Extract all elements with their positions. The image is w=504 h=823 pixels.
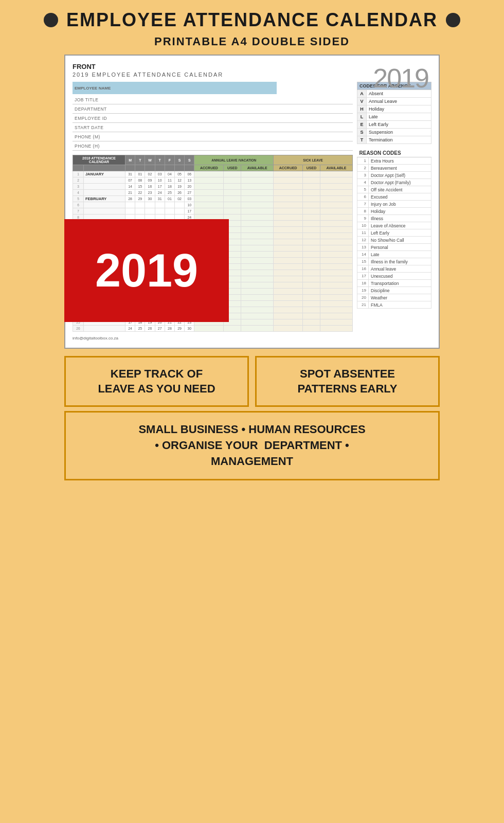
cal-date-cell (125, 202, 135, 208)
info-rows: JOB TITLE DEPARTMENT EMPLOYEE ID START D… (73, 95, 353, 151)
cal-date-cell: 24 (155, 190, 165, 196)
feature-box-wide: SMALL BUSINESS • HUMAN RESOURCES• ORGANI… (64, 411, 440, 480)
reason-label: Discipline (369, 287, 431, 294)
cal-avail-val (241, 208, 274, 214)
reason-row: 15Illness in the family (357, 258, 431, 265)
cal-date-cell: 19 (175, 184, 185, 190)
cal-month-cell (83, 190, 125, 196)
cal-avail-val (241, 264, 274, 270)
cal-row: 717 (73, 208, 353, 214)
cal-used-val (224, 171, 241, 177)
code-row: HHoliday (357, 105, 431, 113)
info-label-phonem: PHONE (M) (73, 134, 119, 139)
cal-sick-accrued-val (274, 221, 303, 227)
cal-sick-avail-val (320, 301, 352, 307)
cal-accrued-val (194, 177, 224, 184)
reason-codes-table: REASON CODES 1Extra Hours2Bereavement3Do… (357, 148, 431, 309)
cal-sick-used-val (303, 214, 320, 221)
cal-date-cell: 02 (145, 171, 155, 177)
cal-sick-used-val (303, 177, 320, 184)
cal-row: 610 (73, 202, 353, 208)
cal-col-w (145, 165, 155, 171)
cal-date-cell: 22 (135, 190, 145, 196)
cal-day-t1: T (135, 155, 145, 165)
cal-avail-val (241, 202, 274, 208)
footer-email: info@digitaltoolbox.co.za (73, 336, 353, 341)
cal-sick-used-val (303, 295, 320, 301)
cal-date-cell (155, 202, 165, 208)
cal-avail-val (241, 289, 274, 295)
cal-sick-avail-val (320, 289, 352, 295)
cal-avail-val (241, 190, 274, 196)
info-label-department: DEPARTMENT (73, 106, 119, 112)
code-row: VAnnual Leave (357, 98, 431, 105)
code-row: SSuspension (357, 129, 431, 136)
reason-num: 2 (357, 165, 369, 172)
cal-date-cell: 20 (185, 184, 194, 190)
cal-row: 421222324252627 (73, 190, 353, 196)
cal-sick-accrued-val (274, 177, 303, 184)
cal-sick-used-val (303, 258, 320, 264)
cal-sick-accrued-val (274, 326, 303, 332)
cal-date-cell: 14 (125, 184, 135, 190)
reason-label: Unexcused (369, 273, 431, 280)
info-label-jobtitle: JOB TITLE (73, 97, 119, 102)
cal-week-num: 26 (73, 326, 84, 332)
cal-day-t2: T (155, 155, 165, 165)
cal-date-cell: 26 (145, 326, 155, 332)
cal-col-m (125, 165, 135, 171)
cal-date-cell: 15 (135, 184, 145, 190)
cal-date-cell (165, 208, 174, 214)
cal-sick-used-val (303, 233, 320, 239)
year-overlay: 2019 (64, 219, 229, 322)
cal-date-cell (175, 208, 185, 214)
cal-sick-used-val (303, 239, 320, 245)
cal-date-cell: 03 (155, 171, 165, 177)
reason-label: Doctor Appt (Self) (369, 172, 431, 179)
reason-row: 18Transportation (357, 280, 431, 287)
cal-sick-avail-val (320, 202, 352, 208)
cal-sick-accrued-val (274, 196, 303, 202)
cal-col-s1 (175, 165, 185, 171)
cal-sick-accrued-val (274, 270, 303, 276)
cal-col-f (165, 165, 174, 171)
reason-row: 5Off site Accident (357, 186, 431, 193)
reason-row: 17Unexcused (357, 273, 431, 280)
cal-date-cell: 09 (145, 177, 155, 184)
cal-date-cell: 10 (185, 202, 194, 208)
cal-used-sk: USED (303, 165, 320, 171)
reason-row: 2Bereavement (357, 165, 431, 172)
code-row: ELeft Early (357, 121, 431, 129)
reason-label: Illness (369, 215, 431, 222)
code-letter: L (357, 113, 367, 121)
feature-box-2: SPOT ABSENTEEPATTERNS EARLY (255, 356, 440, 407)
info-label-startdate: START DATE (73, 125, 119, 130)
cal-sick-accrued-val (274, 214, 303, 221)
cal-date-cell: 21 (125, 190, 135, 196)
cal-avail-val (241, 270, 274, 276)
doc-preview-container: FRONT 2019 EMPLOYEE ATTENDANCE CALENDAR … (64, 55, 440, 349)
reason-label: Illness in the family (369, 258, 431, 265)
cal-col-s2 (185, 165, 194, 171)
cal-sick-used-val (303, 245, 320, 252)
header-dot-right (446, 13, 460, 27)
cal-main-header: 2018 ATTENDANCECALENDAR (73, 155, 125, 165)
cal-date-cell: 17 (155, 184, 165, 190)
cal-sick-avail-val (320, 319, 352, 326)
cal-avail-val (241, 252, 274, 258)
cal-sick-used-val (303, 252, 320, 258)
doc-year-big: 2019 (373, 63, 428, 94)
reason-label: Weather (369, 294, 431, 301)
reason-num: 11 (357, 229, 369, 237)
cal-avail-val (241, 171, 274, 177)
reason-codes-header: REASON CODES (357, 148, 431, 157)
code-letter: E (357, 121, 367, 129)
cal-month-cell (83, 202, 125, 208)
reason-row: 9Illness (357, 215, 431, 222)
feature-box-1: KEEP TRACK OFLEAVE AS YOU NEED (64, 356, 249, 407)
cal-date-cell (125, 208, 135, 214)
cal-sick-used-val (303, 313, 320, 319)
cal-used-val (224, 326, 241, 332)
cal-sick-used-val (303, 319, 320, 326)
cal-sick-accrued-val (274, 319, 303, 326)
